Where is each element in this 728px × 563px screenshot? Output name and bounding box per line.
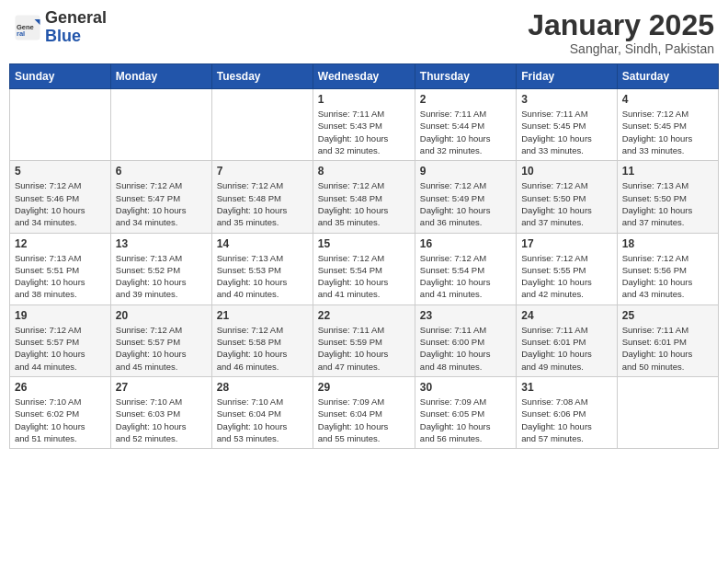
day-number: 12	[15, 237, 106, 250]
calendar-cell	[617, 376, 718, 448]
day-number: 16	[420, 237, 511, 250]
day-number: 4	[622, 93, 713, 106]
calendar-cell: 12Sunrise: 7:13 AM Sunset: 5:51 PM Dayli…	[10, 233, 111, 304]
day-number: 3	[521, 93, 611, 106]
calendar-cell: 9Sunrise: 7:12 AM Sunset: 5:49 PM Daylig…	[415, 161, 516, 233]
weekday-header-wednesday: Wednesday	[313, 64, 415, 89]
day-info: Sunrise: 7:11 AM Sunset: 6:01 PM Dayligh…	[521, 324, 611, 373]
day-info: Sunrise: 7:12 AM Sunset: 5:54 PM Dayligh…	[420, 252, 511, 301]
day-info: Sunrise: 7:13 AM Sunset: 5:52 PM Dayligh…	[116, 252, 207, 301]
calendar-cell: 26Sunrise: 7:10 AM Sunset: 6:02 PM Dayli…	[10, 376, 111, 448]
logo: Gene ral General Blue	[14, 9, 107, 46]
day-info: Sunrise: 7:12 AM Sunset: 5:56 PM Dayligh…	[622, 252, 713, 301]
day-number: 2	[420, 93, 511, 106]
day-number: 27	[116, 381, 207, 394]
day-info: Sunrise: 7:12 AM Sunset: 5:58 PM Dayligh…	[217, 324, 308, 373]
calendar-cell: 22Sunrise: 7:11 AM Sunset: 5:59 PM Dayli…	[313, 304, 415, 376]
day-info: Sunrise: 7:12 AM Sunset: 5:48 PM Dayligh…	[318, 179, 410, 228]
day-number: 6	[116, 165, 207, 178]
calendar-cell: 13Sunrise: 7:13 AM Sunset: 5:52 PM Dayli…	[110, 233, 211, 304]
day-number: 7	[217, 165, 308, 178]
day-info: Sunrise: 7:12 AM Sunset: 5:55 PM Dayligh…	[521, 252, 611, 301]
calendar-cell: 11Sunrise: 7:13 AM Sunset: 5:50 PM Dayli…	[617, 161, 718, 233]
calendar-cell: 15Sunrise: 7:12 AM Sunset: 5:54 PM Dayli…	[313, 233, 415, 304]
calendar-cell: 21Sunrise: 7:12 AM Sunset: 5:58 PM Dayli…	[211, 304, 313, 376]
day-info: Sunrise: 7:13 AM Sunset: 5:53 PM Dayligh…	[217, 252, 308, 301]
calendar-cell: 4Sunrise: 7:12 AM Sunset: 5:45 PM Daylig…	[617, 89, 718, 161]
weekday-header-thursday: Thursday	[415, 64, 516, 89]
calendar-week-row: 26Sunrise: 7:10 AM Sunset: 6:02 PM Dayli…	[10, 376, 719, 448]
logo-icon: Gene ral	[14, 14, 41, 41]
month-title: January 2025	[528, 9, 714, 41]
weekday-header-monday: Monday	[110, 64, 211, 89]
calendar-cell: 25Sunrise: 7:11 AM Sunset: 6:01 PM Dayli…	[617, 304, 718, 376]
day-info: Sunrise: 7:12 AM Sunset: 5:57 PM Dayligh…	[116, 324, 207, 373]
calendar-cell: 24Sunrise: 7:11 AM Sunset: 6:01 PM Dayli…	[517, 304, 617, 376]
day-info: Sunrise: 7:12 AM Sunset: 5:49 PM Dayligh…	[420, 179, 511, 228]
calendar-cell: 6Sunrise: 7:12 AM Sunset: 5:47 PM Daylig…	[110, 161, 211, 233]
calendar-cell: 18Sunrise: 7:12 AM Sunset: 5:56 PM Dayli…	[617, 233, 718, 304]
calendar-cell: 2Sunrise: 7:11 AM Sunset: 5:44 PM Daylig…	[415, 89, 516, 161]
day-info: Sunrise: 7:13 AM Sunset: 5:51 PM Dayligh…	[15, 252, 106, 301]
day-info: Sunrise: 7:11 AM Sunset: 6:00 PM Dayligh…	[420, 324, 511, 373]
day-info: Sunrise: 7:11 AM Sunset: 5:45 PM Dayligh…	[521, 108, 611, 156]
calendar-cell: 7Sunrise: 7:12 AM Sunset: 5:48 PM Daylig…	[211, 161, 313, 233]
weekday-header-tuesday: Tuesday	[211, 64, 313, 89]
day-number: 8	[318, 165, 410, 178]
day-info: Sunrise: 7:12 AM Sunset: 5:50 PM Dayligh…	[521, 179, 611, 228]
calendar-cell: 23Sunrise: 7:11 AM Sunset: 6:00 PM Dayli…	[415, 304, 516, 376]
calendar-cell: 8Sunrise: 7:12 AM Sunset: 5:48 PM Daylig…	[313, 161, 415, 233]
day-number: 26	[15, 381, 106, 394]
calendar-cell: 31Sunrise: 7:08 AM Sunset: 6:06 PM Dayli…	[517, 376, 617, 448]
day-info: Sunrise: 7:13 AM Sunset: 5:50 PM Dayligh…	[622, 179, 713, 228]
day-number: 28	[217, 381, 308, 394]
day-number: 14	[217, 237, 308, 250]
calendar-week-row: 5Sunrise: 7:12 AM Sunset: 5:46 PM Daylig…	[10, 161, 719, 233]
day-info: Sunrise: 7:11 AM Sunset: 5:59 PM Dayligh…	[318, 324, 410, 373]
calendar-cell: 5Sunrise: 7:12 AM Sunset: 5:46 PM Daylig…	[10, 161, 111, 233]
calendar-cell: 20Sunrise: 7:12 AM Sunset: 5:57 PM Dayli…	[110, 304, 211, 376]
calendar-cell: 19Sunrise: 7:12 AM Sunset: 5:57 PM Dayli…	[10, 304, 111, 376]
calendar-cell	[10, 89, 111, 161]
page-header: Gene ral General Blue January 2025 Sangh…	[9, 9, 719, 56]
day-number: 23	[420, 309, 511, 322]
location: Sanghar, Sindh, Pakistan	[528, 41, 714, 56]
calendar-week-row: 1Sunrise: 7:11 AM Sunset: 5:43 PM Daylig…	[10, 89, 719, 161]
day-info: Sunrise: 7:08 AM Sunset: 6:06 PM Dayligh…	[521, 396, 611, 444]
day-info: Sunrise: 7:10 AM Sunset: 6:02 PM Dayligh…	[15, 396, 106, 444]
calendar-cell: 1Sunrise: 7:11 AM Sunset: 5:43 PM Daylig…	[313, 89, 415, 161]
day-info: Sunrise: 7:11 AM Sunset: 5:44 PM Dayligh…	[420, 108, 511, 156]
day-number: 30	[420, 381, 511, 394]
day-number: 1	[318, 93, 410, 106]
day-info: Sunrise: 7:11 AM Sunset: 5:43 PM Dayligh…	[318, 108, 410, 156]
day-number: 22	[318, 309, 410, 322]
calendar-cell: 29Sunrise: 7:09 AM Sunset: 6:04 PM Dayli…	[313, 376, 415, 448]
day-number: 25	[622, 309, 713, 322]
calendar-header-row: SundayMondayTuesdayWednesdayThursdayFrid…	[10, 64, 719, 89]
calendar-week-row: 12Sunrise: 7:13 AM Sunset: 5:51 PM Dayli…	[10, 233, 719, 304]
calendar-week-row: 19Sunrise: 7:12 AM Sunset: 5:57 PM Dayli…	[10, 304, 719, 376]
calendar-table: SundayMondayTuesdayWednesdayThursdayFrid…	[9, 63, 719, 449]
calendar-cell: 3Sunrise: 7:11 AM Sunset: 5:45 PM Daylig…	[517, 89, 617, 161]
day-number: 24	[521, 309, 611, 322]
day-info: Sunrise: 7:12 AM Sunset: 5:47 PM Dayligh…	[116, 179, 207, 228]
calendar-cell: 27Sunrise: 7:10 AM Sunset: 6:03 PM Dayli…	[110, 376, 211, 448]
day-info: Sunrise: 7:12 AM Sunset: 5:48 PM Dayligh…	[217, 179, 308, 228]
day-number: 29	[318, 381, 410, 394]
day-info: Sunrise: 7:09 AM Sunset: 6:05 PM Dayligh…	[420, 396, 511, 444]
day-number: 13	[116, 237, 207, 250]
day-number: 17	[521, 237, 611, 250]
weekday-header-friday: Friday	[517, 64, 617, 89]
day-info: Sunrise: 7:12 AM Sunset: 5:46 PM Dayligh…	[15, 179, 106, 228]
logo-general-text: General	[45, 8, 107, 27]
day-number: 10	[521, 165, 611, 178]
day-info: Sunrise: 7:09 AM Sunset: 6:04 PM Dayligh…	[318, 396, 410, 444]
calendar-cell: 10Sunrise: 7:12 AM Sunset: 5:50 PM Dayli…	[517, 161, 617, 233]
calendar-cell	[110, 89, 211, 161]
day-number: 19	[15, 309, 106, 322]
calendar-cell: 30Sunrise: 7:09 AM Sunset: 6:05 PM Dayli…	[415, 376, 516, 448]
day-number: 15	[318, 237, 410, 250]
calendar-cell: 16Sunrise: 7:12 AM Sunset: 5:54 PM Dayli…	[415, 233, 516, 304]
day-info: Sunrise: 7:12 AM Sunset: 5:45 PM Dayligh…	[622, 108, 713, 156]
day-info: Sunrise: 7:10 AM Sunset: 6:03 PM Dayligh…	[116, 396, 207, 444]
